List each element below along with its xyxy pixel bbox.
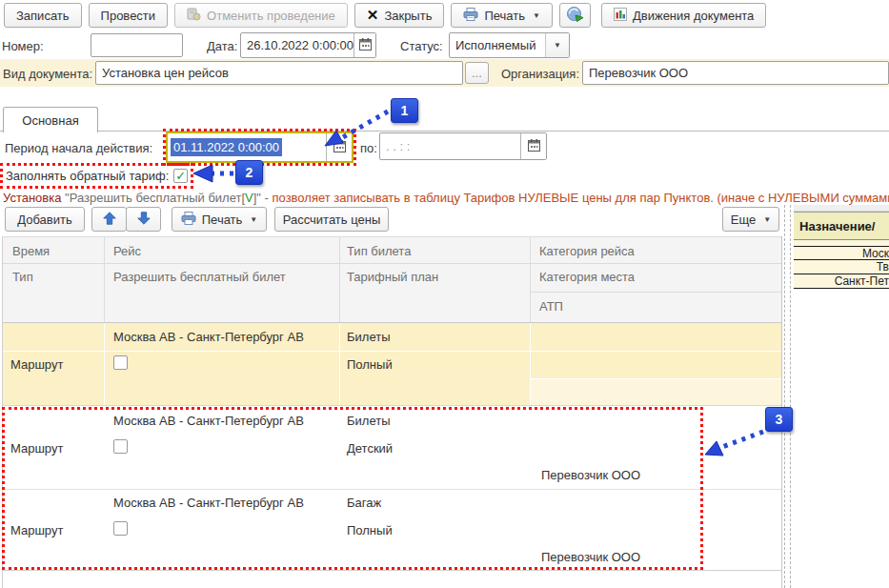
- up-arrow-icon: [102, 211, 117, 229]
- status-select[interactable]: Исполняемый ▼: [449, 32, 570, 58]
- move-up-button[interactable]: [91, 207, 127, 232]
- tab-underline: [0, 131, 889, 132]
- more-button[interactable]: Еще ▼: [722, 207, 779, 232]
- printer-icon: [463, 8, 478, 24]
- move-down-button[interactable]: [126, 207, 161, 232]
- main-toolbar: Записать Провести Отменить проведение ✕ …: [4, 3, 766, 28]
- status-label: Статус:: [400, 39, 443, 53]
- save-button[interactable]: Записать: [4, 3, 82, 28]
- annotation-rect-2: Заполнять обратный тариф: ✓: [0, 163, 193, 189]
- splitter-handle[interactable]: [784, 205, 785, 588]
- doc-kind-input[interactable]: Установка цен рейсов: [95, 61, 463, 85]
- panel-header-cell: Назначение/: [794, 212, 889, 240]
- period-end-input[interactable]: . . : :: [379, 132, 547, 160]
- free-ticket-checkbox[interactable]: [113, 439, 128, 454]
- movements-icon: [614, 8, 627, 24]
- table-header-row-1[interactable]: Время Рейс Тип билета Категория рейса: [3, 236, 781, 264]
- table-row[interactable]: Москва АВ - Санкт-Петербург АВ Багаж Мар…: [3, 490, 781, 571]
- number-input[interactable]: [91, 33, 183, 57]
- free-ticket-checkbox[interactable]: [113, 355, 128, 370]
- annotation-badge-3: 3: [765, 407, 793, 432]
- annotation-badge-1: 1: [391, 98, 418, 123]
- add-row-button[interactable]: Добавить: [5, 207, 85, 232]
- calendar-icon: [359, 38, 372, 53]
- col-header-atp: АТП: [539, 299, 563, 314]
- doc-kind-label: Вид документа:: [3, 67, 92, 81]
- doc-kind-more-button[interactable]: ...: [465, 62, 489, 84]
- table-row-selected[interactable]: Москва АВ - Санкт-Петербург АВ Билеты Ма…: [3, 323, 781, 406]
- organization-input[interactable]: Перевозчик ООО: [582, 61, 889, 85]
- table-header-row-2[interactable]: Тип Разрешить бесплатный билет Тарифный …: [3, 264, 781, 323]
- period-end-placeholder: . . : :: [386, 139, 520, 153]
- col-header-free-ticket: Разрешить бесплатный билет: [113, 270, 286, 284]
- calculate-prices-button[interactable]: Рассчитать цены: [274, 207, 389, 232]
- printer-icon: [181, 212, 196, 228]
- cell-flight: Москва АВ - Санкт-Петербург АВ: [113, 496, 304, 510]
- number-label: Номер:: [2, 39, 44, 53]
- reverse-tariff-label: Заполнять обратный тариф:: [6, 169, 169, 183]
- post-button[interactable]: Провести: [89, 3, 169, 28]
- close-button[interactable]: ✕ Закрыть: [354, 3, 445, 28]
- cell-flight: Москва АВ - Санкт-Петербург АВ: [113, 414, 304, 428]
- date-input[interactable]: 26.10.2022 0:00:00: [240, 32, 376, 58]
- col-header-time: Время: [12, 244, 50, 258]
- annotation-badge-2: 2: [235, 160, 263, 185]
- undo-post-icon: [187, 8, 201, 24]
- print-button[interactable]: Печать ▼: [451, 3, 553, 28]
- panel-row[interactable]: Тв: [794, 260, 889, 274]
- status-dropdown-button[interactable]: ▼: [545, 33, 569, 57]
- refresh-icon: [566, 6, 584, 26]
- col-header-tariff-plan: Тарифный план: [347, 270, 438, 284]
- tab-main[interactable]: Основная: [3, 107, 98, 132]
- date-label: Дата:: [207, 39, 237, 53]
- panel-row[interactable]: Санкт-Пет: [794, 274, 889, 289]
- period-to-label: по:: [360, 141, 377, 155]
- cell-row-type: Маршрут: [10, 441, 63, 456]
- grid-toolbar: Добавить Печать ▼ Рассчитать цены Еще ▼: [2, 207, 780, 233]
- refresh-button[interactable]: [559, 3, 591, 28]
- calendar-icon: [528, 139, 540, 154]
- col-header-type: Тип: [12, 270, 33, 284]
- cell-atp: Перевозчик ООО: [541, 550, 640, 564]
- grid-print-button[interactable]: Печать ▼: [172, 207, 267, 232]
- period-label: Период начала действия:: [5, 141, 152, 155]
- tariffs-table: Время Рейс Тип билета Категория рейса Ти…: [2, 236, 782, 588]
- check-icon: ✓: [175, 170, 186, 182]
- chevron-down-icon: ▼: [250, 215, 257, 224]
- cell-flight: Москва АВ - Санкт-Петербург АВ: [113, 330, 304, 344]
- calendar-icon: [333, 140, 346, 155]
- col-header-flight-category: Категория рейса: [539, 244, 635, 258]
- close-icon: ✕: [367, 7, 379, 24]
- document-window: Записать Провести Отменить проведение ✕ …: [0, 0, 889, 588]
- period-start-value: 01.11.2022 0:00:00: [171, 138, 282, 156]
- cell-tariff-plan: Полный: [347, 523, 393, 537]
- destinations-panel: Назначение/ Моск Тв Санкт-Пет: [794, 205, 889, 588]
- cell-atp: Перевозчик ООО: [541, 468, 640, 482]
- period-end-calendar-button[interactable]: [520, 133, 546, 159]
- period-start-input[interactable]: 01.11.2022 0:00:00: [166, 132, 354, 163]
- cell-ticket-type: Билеты: [347, 330, 390, 344]
- chevron-down-icon: ▼: [763, 215, 771, 224]
- splitter-handle[interactable]: [790, 205, 791, 588]
- table-row[interactable]: Москва АВ - Санкт-Петербург АВ Билеты Ма…: [3, 408, 781, 490]
- cell-ticket-type: Билеты: [347, 414, 390, 428]
- arrow-2: [193, 165, 233, 182]
- cell-ticket-type: Багаж: [347, 496, 381, 510]
- cell-row-type: Маршрут: [10, 357, 63, 372]
- col-header-ticket-type: Тип билета: [347, 244, 411, 258]
- chevron-down-icon: ▼: [554, 41, 561, 50]
- free-ticket-checkbox[interactable]: [113, 521, 128, 536]
- undo-post-button[interactable]: Отменить проведение: [174, 3, 348, 28]
- date-calendar-button[interactable]: [354, 33, 375, 57]
- col-header-flight: Рейс: [113, 244, 141, 258]
- chevron-down-icon: ▼: [533, 11, 540, 20]
- note-text: Установка "Разрешить бесплатный билет[V]…: [3, 191, 889, 205]
- panel-row[interactable]: Моск: [794, 246, 889, 260]
- cell-row-type: Маршрут: [10, 523, 63, 537]
- organization-label: Организация:: [501, 67, 579, 81]
- period-calendar-button[interactable]: [326, 133, 352, 161]
- document-movements-button[interactable]: Движения документа: [601, 3, 766, 28]
- down-arrow-icon: [136, 211, 152, 229]
- panel-top-strip: [794, 205, 889, 212]
- reverse-tariff-checkbox[interactable]: ✓: [173, 169, 188, 183]
